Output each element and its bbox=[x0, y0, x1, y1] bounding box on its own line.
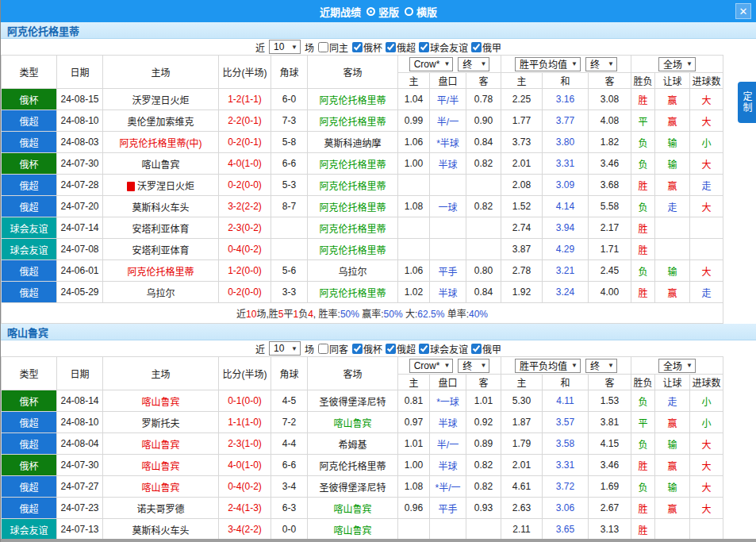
home-team-link[interactable]: 喀山鲁宾 bbox=[103, 433, 219, 455]
layout-radio-horizontal[interactable]: 横版 bbox=[405, 4, 437, 19]
home-team-link[interactable]: 安塔利亚体育 bbox=[103, 217, 219, 239]
same-venue-filter[interactable]: 同主 bbox=[318, 40, 348, 54]
close-button[interactable]: ✕ bbox=[735, 3, 751, 19]
match-row: 球会友谊24-07-14安塔利亚体育2-3(0-2)阿克伦托格里蒂2.743.9… bbox=[2, 217, 723, 239]
league-checkbox[interactable] bbox=[471, 42, 482, 52]
home-team-link[interactable]: 罗斯托夫 bbox=[103, 412, 219, 433]
league-filter[interactable]: 俄杯 bbox=[352, 40, 382, 54]
league-filter[interactable]: 球会友谊 bbox=[419, 40, 468, 54]
away-team-link[interactable]: 阿克伦托格里蒂 bbox=[308, 282, 398, 303]
avg-state-value: 终 bbox=[590, 57, 600, 71]
away-team-link[interactable]: 喀山鲁宾 bbox=[308, 412, 398, 433]
league-filters: 俄杯俄超球会友谊俄甲 bbox=[352, 342, 501, 356]
home-team-link[interactable]: 喀山鲁宾 bbox=[103, 390, 219, 412]
match-row: 俄超24-08-03阿克伦托格里蒂(中)0-2(0-1)5-8莫斯科迪纳摩1.0… bbox=[2, 132, 723, 153]
home-team-link[interactable]: 安塔利亚体育 bbox=[103, 239, 219, 260]
avg-state-select[interactable]: 终▼ bbox=[585, 57, 617, 71]
dialog-title: 近期战绩 bbox=[320, 4, 361, 19]
result-cell: 平 bbox=[631, 110, 655, 132]
handicap-result-cell: 走 bbox=[655, 196, 690, 217]
away-team-link[interactable]: 阿克伦托格里蒂 bbox=[308, 455, 398, 476]
away-team-link[interactable]: 喀山鲁宾 bbox=[308, 498, 398, 519]
avg-state-select[interactable]: 终▼ bbox=[585, 359, 617, 373]
scope-select[interactable]: 全场▼ bbox=[658, 359, 696, 373]
handicap-result-cell: 赢 bbox=[655, 89, 690, 110]
away-team-link[interactable]: 希姆基 bbox=[308, 433, 398, 455]
league-filter[interactable]: 俄杯 bbox=[352, 342, 382, 356]
layout-radio-vertical[interactable]: 竖版 bbox=[366, 4, 399, 19]
away-team-link[interactable]: 喀山鲁宾 bbox=[308, 519, 398, 540]
league-filter[interactable]: 俄甲 bbox=[471, 40, 501, 54]
away-team-link[interactable]: 阿克伦托格里蒂 bbox=[308, 239, 398, 260]
bookmaker-state-select[interactable]: 终▼ bbox=[458, 359, 489, 373]
match-count-select[interactable]: 10 ▼ bbox=[269, 40, 301, 54]
subcol-avg-home: 主 bbox=[501, 73, 543, 89]
avg-type-select[interactable]: 胜平负均值▼ bbox=[515, 57, 581, 71]
avg-home-cell: 2.63 bbox=[501, 498, 543, 519]
same-venue-checkbox[interactable] bbox=[318, 42, 328, 52]
match-count-select[interactable]: 10 ▼ bbox=[269, 341, 301, 356]
avg-type-select[interactable]: 胜平负均值▼ bbox=[515, 359, 581, 373]
away-odds-cell: 0.92 bbox=[466, 412, 501, 433]
handicap-result-cell: 赢 bbox=[655, 412, 690, 433]
same-venue-checkbox[interactable] bbox=[318, 344, 328, 354]
league-filter[interactable]: 俄甲 bbox=[471, 342, 501, 356]
result-cell: 胜 bbox=[631, 239, 655, 260]
home-team-link[interactable]: 喀山鲁宾 bbox=[103, 153, 219, 175]
league-cell: 俄超 bbox=[2, 110, 57, 132]
home-team-link[interactable]: 阿克伦托格里蒂 bbox=[103, 260, 219, 282]
subcol-avg-draw: 和 bbox=[543, 73, 589, 89]
scope-select[interactable]: 全场▼ bbox=[658, 57, 696, 71]
layout-horizontal-label: 横版 bbox=[416, 4, 437, 19]
league-checkbox[interactable] bbox=[352, 42, 363, 52]
subcol-result: 胜负 bbox=[631, 73, 655, 89]
near-label: 近 bbox=[255, 342, 265, 356]
bookmaker-select[interactable]: Crow*▼ bbox=[409, 57, 454, 71]
league-checkbox[interactable] bbox=[352, 344, 363, 354]
league-filter[interactable]: 球会友谊 bbox=[419, 342, 468, 356]
league-filter[interactable]: 俄超 bbox=[386, 40, 416, 54]
home-team-link[interactable]: 乌拉尔 bbox=[103, 282, 219, 303]
away-team-link[interactable]: 阿克伦托格里蒂 bbox=[308, 110, 398, 132]
home-team-link[interactable]: 诺夫哥罗德 bbox=[103, 498, 219, 519]
away-team-link[interactable]: 乌拉尔 bbox=[308, 260, 398, 282]
home-team-link[interactable]: 莫斯科火车头 bbox=[103, 196, 219, 217]
away-team-link[interactable]: 圣彼得堡泽尼特 bbox=[308, 476, 398, 498]
league-checkbox[interactable] bbox=[419, 42, 429, 52]
away-team-link[interactable]: 阿克伦托格里蒂 bbox=[308, 89, 398, 110]
home-team-link[interactable]: 奥伦堡加索维克 bbox=[103, 110, 219, 132]
same-venue-filter[interactable]: 同客 bbox=[318, 342, 348, 356]
horizontal-scrollbar[interactable] bbox=[1, 539, 756, 542]
handicap-cell: 半球 bbox=[430, 153, 466, 175]
home-team-link[interactable]: 沃罗涅日火炬 bbox=[103, 89, 219, 110]
score-cell: 2-2(0-1) bbox=[219, 110, 271, 132]
away-team-link[interactable]: 阿克伦托格里蒂 bbox=[308, 196, 398, 217]
away-team-link[interactable]: 阿克伦托格里蒂 bbox=[308, 175, 398, 196]
league-label: 俄超 bbox=[397, 40, 416, 54]
bookmaker-state-value: 终 bbox=[462, 359, 472, 372]
bookmaker-state-select[interactable]: 终▼ bbox=[458, 57, 489, 71]
league-label: 球会友谊 bbox=[430, 342, 468, 356]
league-checkbox[interactable] bbox=[386, 344, 396, 354]
bookmaker-select[interactable]: Crow*▼ bbox=[409, 359, 454, 373]
league-checkbox[interactable] bbox=[386, 42, 396, 52]
customize-tab[interactable]: 定制 bbox=[738, 82, 756, 123]
handicap-result-cell: 输 bbox=[655, 260, 690, 282]
away-team-link[interactable]: 莫斯科迪纳摩 bbox=[308, 132, 398, 153]
home-team-link[interactable]: 莫斯科火车头 bbox=[103, 519, 219, 540]
handicap-result-cell: 赢 bbox=[655, 110, 690, 132]
away-team-link[interactable]: 圣彼得堡泽尼特 bbox=[308, 390, 398, 412]
home-team-link[interactable]: 阿克伦托格里蒂(中) bbox=[103, 132, 219, 153]
result-cell: 负 bbox=[631, 390, 655, 412]
home-team-link[interactable]: 喀山鲁宾 bbox=[103, 455, 219, 476]
league-checkbox[interactable] bbox=[419, 344, 429, 354]
home-team-link[interactable]: 沃罗涅日火炬 bbox=[103, 175, 219, 196]
home-team-link[interactable]: 喀山鲁宾 bbox=[103, 476, 219, 498]
handicap-result-cell: 走 bbox=[655, 390, 690, 412]
league-filter[interactable]: 俄超 bbox=[386, 342, 416, 356]
handicap-result-cell: 赢 bbox=[655, 175, 690, 196]
league-checkbox[interactable] bbox=[471, 344, 482, 354]
away-team-link[interactable]: 阿克伦托格里蒂 bbox=[308, 217, 398, 239]
away-team-link[interactable]: 阿克伦托格里蒂 bbox=[308, 153, 398, 175]
result-cell: 平 bbox=[631, 412, 655, 433]
